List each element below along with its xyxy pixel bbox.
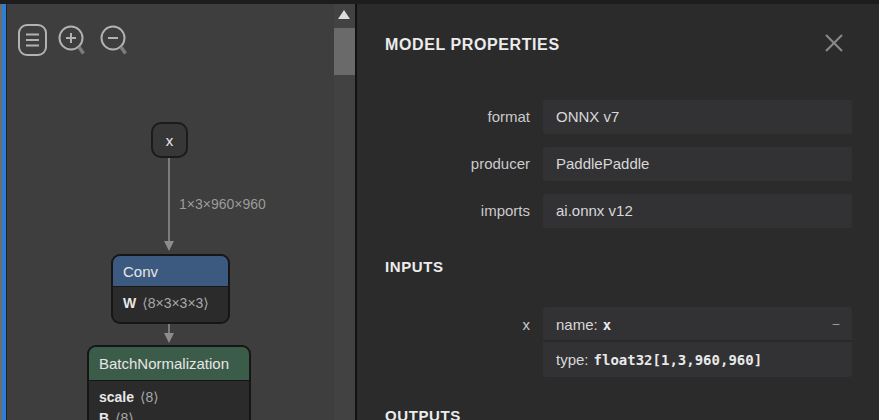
param-name: W (123, 295, 136, 311)
batchnorm-param-scale: scale⟨8⟩ (99, 387, 239, 408)
property-row-imports: imports ai.onnx v12 (357, 194, 852, 228)
scrollbar-thumb[interactable] (334, 28, 355, 75)
property-label: imports (357, 194, 530, 228)
property-label: format (357, 100, 530, 134)
zoom-in-button[interactable] (57, 22, 91, 57)
input-type-value: float32[1,3,960,960] (594, 352, 763, 368)
conv-node-title: Conv (123, 263, 158, 280)
inputs-section-heading: INPUTS (385, 258, 444, 275)
window-top-edge (0, 0, 879, 4)
input-name-label: name: (556, 316, 598, 333)
input-type-label: type: (556, 351, 589, 368)
input-item-label: x (357, 307, 530, 342)
close-panel-button[interactable] (820, 29, 848, 57)
scrollbar-up-arrow-icon[interactable] (338, 10, 350, 19)
graph-node-conv[interactable]: Conv W⟨8×3×3×3⟩ (111, 254, 230, 324)
param-name: B (99, 410, 109, 420)
zoom-out-button[interactable] (99, 22, 133, 57)
graph-node-input-x[interactable]: x (151, 122, 188, 158)
panel-title: MODEL PROPERTIES (385, 36, 560, 54)
graph-toolbar (17, 22, 141, 57)
conv-param-w: W⟨8×3×3×3⟩ (123, 293, 218, 314)
batchnorm-param-b: B⟨8⟩ (99, 408, 239, 420)
input-name-value: x (603, 317, 611, 333)
netron-app: { "colors": { "graph_background": "#3e3e… (0, 0, 879, 420)
graph-canvas[interactable]: x 1×3×960×960 Conv W⟨8×3×3×3⟩ BatchNorma… (7, 0, 334, 420)
window-edge-line (6, 0, 7, 420)
input-node-label: x (166, 132, 174, 149)
close-icon (820, 29, 848, 57)
param-shape: ⟨8⟩ (115, 410, 134, 420)
param-shape: ⟨8×3×3×3⟩ (142, 295, 209, 311)
batchnorm-node-title: BatchNormalization (99, 355, 229, 372)
batchnorm-node-body: scale⟨8⟩ B⟨8⟩ (89, 381, 249, 420)
batchnorm-node-header: BatchNormalization (89, 347, 249, 381)
panel-divider (355, 0, 357, 420)
property-row-producer: producer PaddlePaddle (357, 147, 852, 181)
model-properties-panel: MODEL PROPERTIES format ONNX v7 producer… (357, 0, 879, 420)
graph-scrollbar[interactable] (334, 0, 355, 420)
property-value-format: ONNX v7 (543, 100, 852, 134)
edge-shape-label: 1×3×960×960 (179, 196, 266, 212)
input-type-line: type:float32[1,3,960,960] (543, 342, 852, 377)
param-shape: ⟨8⟩ (140, 389, 159, 405)
zoom-in-icon (57, 22, 91, 57)
param-name: scale (99, 389, 134, 405)
conv-node-body: W⟨8×3×3×3⟩ (113, 287, 228, 322)
graph-node-batchnormalization[interactable]: BatchNormalization scale⟨8⟩ B⟨8⟩ (87, 345, 251, 420)
menu-button[interactable] (17, 22, 49, 57)
menu-icon (17, 22, 49, 57)
input-item-box: − name:x type:float32[1,3,960,960] (543, 307, 852, 377)
outputs-section-heading: OUTPUTS (385, 407, 461, 420)
zoom-out-icon (99, 22, 133, 57)
property-label: producer (357, 147, 530, 181)
conv-node-header: Conv (113, 256, 228, 287)
property-row-format: format ONNX v7 (357, 100, 852, 134)
property-value-imports: ai.onnx v12 (543, 194, 852, 228)
property-value-producer: PaddlePaddle (543, 147, 852, 181)
input-item-row-x: x − name:x type:float32[1,3,960,960] (357, 307, 852, 377)
collapse-toggle[interactable]: − (832, 307, 840, 342)
input-name-line: − name:x (543, 307, 852, 342)
